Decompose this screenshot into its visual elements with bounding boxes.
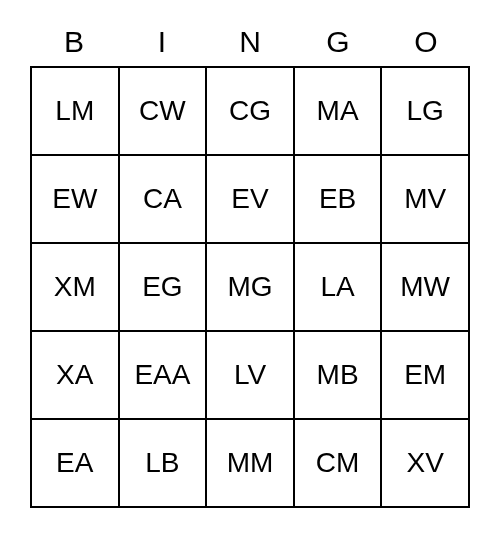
bingo-cell[interactable]: EW: [31, 155, 119, 243]
bingo-cell[interactable]: CA: [119, 155, 207, 243]
bingo-cell[interactable]: LB: [119, 419, 207, 507]
bingo-cell[interactable]: XA: [31, 331, 119, 419]
bingo-header-row: B I N G O: [30, 18, 470, 66]
header-cell-g: G: [294, 18, 382, 66]
bingo-cell[interactable]: MV: [381, 155, 469, 243]
bingo-cell[interactable]: LA: [294, 243, 382, 331]
bingo-cell[interactable]: LV: [206, 331, 294, 419]
header-cell-b: B: [30, 18, 118, 66]
bingo-cell[interactable]: MM: [206, 419, 294, 507]
bingo-cell[interactable]: EM: [381, 331, 469, 419]
header-cell-i: I: [118, 18, 206, 66]
bingo-cell[interactable]: CM: [294, 419, 382, 507]
bingo-cell[interactable]: LG: [381, 67, 469, 155]
header-cell-n: N: [206, 18, 294, 66]
bingo-cell[interactable]: EAA: [119, 331, 207, 419]
bingo-cell[interactable]: CW: [119, 67, 207, 155]
bingo-cell[interactable]: LM: [31, 67, 119, 155]
bingo-card: B I N G O LM CW CG MA LG EW CA EV EB MV …: [30, 18, 470, 508]
header-cell-o: O: [382, 18, 470, 66]
bingo-cell[interactable]: XM: [31, 243, 119, 331]
bingo-cell[interactable]: EB: [294, 155, 382, 243]
bingo-cell[interactable]: EV: [206, 155, 294, 243]
bingo-cell[interactable]: XV: [381, 419, 469, 507]
bingo-cell[interactable]: MA: [294, 67, 382, 155]
bingo-cell[interactable]: EG: [119, 243, 207, 331]
bingo-cell[interactable]: MW: [381, 243, 469, 331]
bingo-cell[interactable]: MB: [294, 331, 382, 419]
bingo-cell[interactable]: CG: [206, 67, 294, 155]
bingo-cell[interactable]: EA: [31, 419, 119, 507]
bingo-grid: LM CW CG MA LG EW CA EV EB MV XM EG MG L…: [30, 66, 470, 508]
bingo-cell[interactable]: MG: [206, 243, 294, 331]
